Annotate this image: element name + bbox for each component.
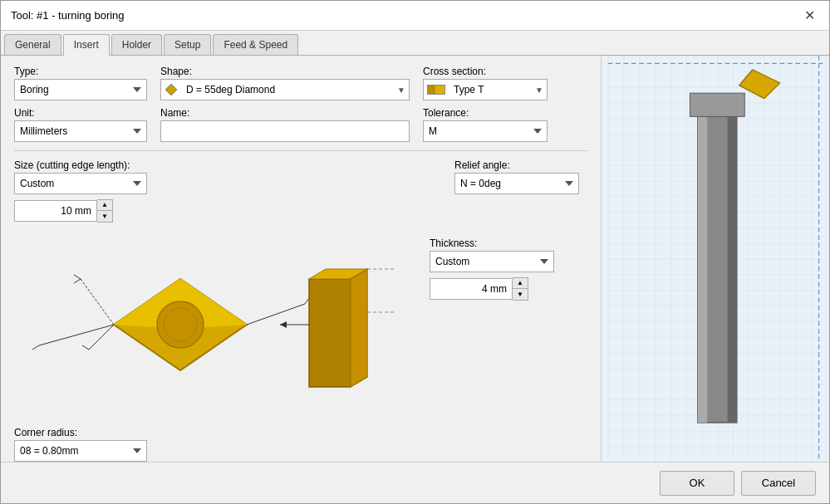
thickness-value-row: ▲ ▼ bbox=[430, 277, 554, 301]
tab-setup[interactable]: Setup bbox=[164, 34, 211, 55]
type-select[interactable]: Boring bbox=[14, 79, 147, 100]
svg-line-8 bbox=[74, 279, 81, 283]
svg-line-6 bbox=[81, 279, 114, 325]
thickness-value-input[interactable] bbox=[430, 278, 513, 300]
size-relief-row: Size (cutting edge length): Custom ▲ ▼ bbox=[14, 159, 587, 223]
relief-select[interactable]: N = 0deg bbox=[454, 173, 579, 194]
type-label: Type: bbox=[14, 66, 147, 77]
svg-line-20 bbox=[39, 325, 114, 345]
tab-general[interactable]: General bbox=[4, 34, 61, 55]
size-select[interactable]: Custom bbox=[14, 173, 147, 194]
size-group: Size (cutting edge length): Custom ▲ ▼ bbox=[14, 159, 147, 223]
size-decrement-button[interactable]: ▼ bbox=[97, 211, 112, 222]
svg-line-21 bbox=[32, 345, 39, 350]
left-panel: Type: Boring Shape: D = 55deg Diamond bbox=[1, 56, 601, 462]
size-value-input[interactable] bbox=[14, 200, 97, 222]
ok-button[interactable]: OK bbox=[660, 471, 734, 496]
thickness-increment-button[interactable]: ▲ bbox=[513, 278, 528, 289]
cross-section-select[interactable]: Type T bbox=[449, 81, 532, 99]
tolerance-select[interactable]: M bbox=[423, 120, 548, 142]
svg-rect-26 bbox=[698, 95, 707, 423]
tool-visualization-svg bbox=[602, 56, 829, 462]
shape-label: Shape: bbox=[160, 66, 410, 77]
size-label: Size (cutting edge length): bbox=[14, 159, 147, 171]
corner-radius-group: Corner radius: 08 = 0.80mm bbox=[14, 427, 147, 462]
size-value-row: ▲ ▼ bbox=[14, 199, 147, 223]
diamond-shape-icon bbox=[165, 83, 178, 96]
tab-bar: General Insert Holder Setup Feed & Speed bbox=[1, 31, 829, 56]
thickness-decrement-button[interactable]: ▼ bbox=[513, 289, 528, 300]
right-panel bbox=[601, 56, 829, 462]
name-group: Name: bbox=[160, 107, 410, 142]
svg-rect-28 bbox=[690, 93, 744, 116]
svg-rect-27 bbox=[728, 95, 737, 423]
cross-section-group: Cross section: Type T ▼ bbox=[423, 66, 548, 100]
thickness-group: Thickness: Custom ▲ ▼ bbox=[430, 237, 554, 301]
corner-radius-label: Corner radius: bbox=[14, 427, 147, 438]
diagram-area: Thickness: Custom ▲ ▼ bbox=[14, 229, 587, 420]
title-bar: Tool: #1 - turning boring ✕ bbox=[1, 1, 829, 31]
row-unit-name-tolerance: Unit: Millimeters Name: Tolerance: M bbox=[14, 107, 587, 142]
shape-dropdown-arrow: ▼ bbox=[397, 86, 405, 95]
bottom-bar: OK Cancel bbox=[1, 462, 829, 503]
spacer bbox=[197, 159, 238, 223]
tab-holder[interactable]: Holder bbox=[111, 34, 162, 55]
unit-group: Unit: Millimeters bbox=[14, 107, 147, 142]
relief-group: Relief angle: N = 0deg bbox=[454, 159, 579, 223]
svg-rect-13 bbox=[309, 279, 351, 387]
shape-select[interactable]: D = 55deg Diamond bbox=[181, 81, 394, 99]
window-title: Tool: #1 - turning boring bbox=[11, 9, 125, 22]
shape-group: Shape: D = 55deg Diamond ▼ bbox=[160, 66, 410, 100]
cross-section-icon bbox=[427, 85, 445, 95]
size-increment-button[interactable]: ▲ bbox=[97, 200, 112, 211]
cancel-button[interactable]: Cancel bbox=[741, 471, 816, 496]
thickness-area: Thickness: Custom ▲ ▼ bbox=[430, 237, 554, 301]
svg-line-10 bbox=[82, 345, 89, 350]
main-window: Tool: #1 - turning boring ✕ General Inse… bbox=[0, 0, 830, 504]
name-label: Name: bbox=[160, 107, 410, 119]
tolerance-group: Tolerance: M bbox=[423, 107, 548, 142]
tab-feed-speed[interactable]: Feed & Speed bbox=[213, 34, 298, 55]
unit-select[interactable]: Millimeters bbox=[14, 120, 147, 142]
relief-label: Relief angle: bbox=[454, 159, 579, 171]
type-group: Type: Boring bbox=[14, 66, 147, 100]
tool-diagram-svg bbox=[14, 229, 446, 420]
size-spinner: ▲ ▼ bbox=[97, 199, 113, 223]
svg-marker-15 bbox=[351, 269, 367, 387]
svg-marker-19 bbox=[280, 321, 287, 328]
corner-radius-select[interactable]: 08 = 0.80mm bbox=[14, 440, 147, 462]
row-type-shape-cross: Type: Boring Shape: D = 55deg Diamond bbox=[14, 66, 587, 100]
name-input[interactable] bbox=[160, 120, 410, 142]
cross-section-dropdown-arrow: ▼ bbox=[535, 86, 543, 95]
svg-line-11 bbox=[247, 304, 305, 325]
corner-radius-row: Corner radius: 08 = 0.80mm bbox=[14, 427, 587, 462]
divider-1 bbox=[14, 150, 587, 151]
close-button[interactable]: ✕ bbox=[799, 6, 819, 26]
main-content: Type: Boring Shape: D = 55deg Diamond bbox=[1, 56, 829, 462]
thickness-label: Thickness: bbox=[430, 237, 554, 249]
unit-label: Unit: bbox=[14, 107, 147, 119]
svg-line-7 bbox=[74, 275, 81, 279]
cross-section-label: Cross section: bbox=[423, 66, 548, 77]
thickness-spinner: ▲ ▼ bbox=[513, 277, 528, 301]
tab-insert[interactable]: Insert bbox=[63, 34, 110, 56]
thickness-select[interactable]: Custom bbox=[430, 251, 554, 272]
tolerance-label: Tolerance: bbox=[423, 107, 548, 119]
svg-marker-0 bbox=[165, 84, 177, 95]
